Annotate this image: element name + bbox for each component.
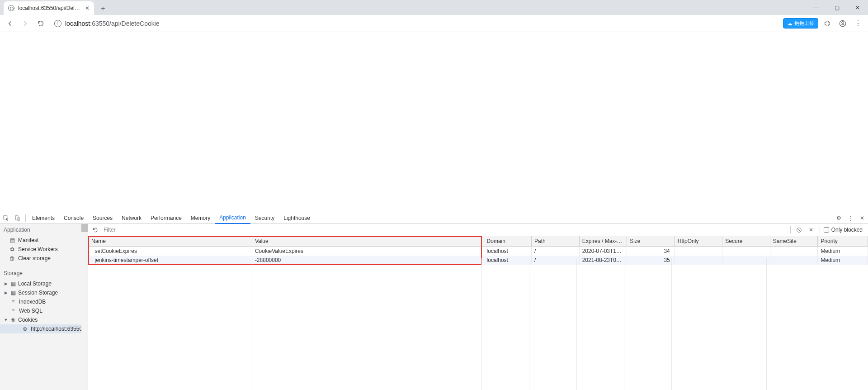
sidebar-item-session-storage[interactable]: ▶▦Session Storage <box>0 288 88 297</box>
close-window-icon[interactable]: ✕ <box>847 0 868 15</box>
only-blocked-checkbox[interactable]: Only blocked <box>824 227 866 233</box>
svg-rect-3 <box>15 215 18 219</box>
devtools-panel: Elements Console Sources Network Perform… <box>0 212 868 390</box>
sidebar-item-manifest[interactable]: ▤Manifest <box>0 236 88 245</box>
url-text: localhost:63550/api/DeleteCookie <box>65 20 160 27</box>
sidebar-scrollbar[interactable] <box>81 224 88 390</box>
sidebar-item-cookies[interactable]: ▼❀Cookies <box>0 315 88 324</box>
sidebar-item-local-storage[interactable]: ▶▦Local Storage <box>0 279 88 288</box>
site-info-icon[interactable]: i <box>54 20 61 27</box>
close-tab-icon[interactable]: ✕ <box>85 5 90 11</box>
tab-security[interactable]: Security <box>250 212 279 224</box>
devtools-main: ✕ Only blocked Name Value Domain Path <box>88 224 868 390</box>
clear-all-icon[interactable] <box>794 225 804 235</box>
svg-point-1 <box>842 21 844 24</box>
cell-domain: localhost <box>484 256 532 265</box>
tab-sources[interactable]: Sources <box>88 212 117 224</box>
delete-selected-icon[interactable]: ✕ <box>806 225 816 235</box>
tab-elements[interactable]: Elements <box>28 212 59 224</box>
back-button[interactable] <box>4 17 16 30</box>
cell-priority: Medium <box>818 247 868 256</box>
tab-lighthouse[interactable]: Lighthouse <box>279 212 315 224</box>
cell-expires: 2021-08-23T05:... <box>579 256 627 265</box>
devtools-sidebar: Application ▤Manifest ✿Service Workers 🗑… <box>0 224 88 390</box>
col-name[interactable]: Name <box>89 236 252 247</box>
cookie-toolbar: ✕ Only blocked <box>88 224 868 236</box>
col-samesite[interactable]: SameSite <box>770 236 818 247</box>
devtools-body: Application ▤Manifest ✿Service Workers 🗑… <box>0 224 868 390</box>
tab-memory[interactable]: Memory <box>186 212 215 224</box>
menu-icon[interactable]: ⋮ <box>852 17 864 30</box>
tab-console[interactable]: Console <box>59 212 88 224</box>
reload-button[interactable] <box>34 17 47 30</box>
extension-badge[interactable]: ☁ 抱抱上传 <box>783 18 818 29</box>
sidebar-section-application: Application <box>0 224 88 236</box>
chevron-right-icon: ▶ <box>4 281 8 286</box>
close-devtools-icon[interactable]: ✕ <box>856 212 868 224</box>
col-httponly[interactable]: HttpOnly <box>675 236 722 247</box>
grid-line <box>671 258 672 390</box>
sidebar-item-clear-storage[interactable]: 🗑Clear storage <box>0 254 88 263</box>
col-priority[interactable]: Priority <box>818 236 868 247</box>
sidebar-item-indexeddb[interactable]: ≡IndexedDB <box>0 297 88 306</box>
col-expires[interactable]: Expires / Max-A... <box>579 236 627 247</box>
sidebar-item-websql[interactable]: ≡Web SQL <box>0 306 88 315</box>
tab-network[interactable]: Network <box>117 212 146 224</box>
cookie-table-wrap: Name Value Domain Path Expires / Max-A..… <box>88 236 868 390</box>
extensions-icon[interactable] <box>821 17 834 30</box>
col-size[interactable]: Size <box>627 236 675 247</box>
table-row[interactable]: setCookieExpires CookieValueExpires loca… <box>89 247 868 256</box>
cookie-table: Name Value Domain Path Expires / Max-A..… <box>88 236 868 265</box>
browser-tab[interactable]: localhost:63550/api/DeleteCo ✕ <box>4 1 94 15</box>
col-secure[interactable]: Secure <box>722 236 770 247</box>
cell-secure <box>722 247 770 256</box>
inspect-icon[interactable] <box>0 212 12 224</box>
col-value[interactable]: Value <box>252 236 484 247</box>
cell-value: -28800000 <box>252 256 484 265</box>
device-toggle-icon[interactable] <box>12 212 24 224</box>
grid-line <box>576 258 577 390</box>
refresh-icon[interactable] <box>90 225 100 235</box>
grid-icon: ▦ <box>10 281 16 287</box>
tab-application[interactable]: Application <box>215 212 250 224</box>
cell-size: 34 <box>627 247 675 256</box>
profile-icon[interactable] <box>836 17 849 30</box>
new-tab-button[interactable]: + <box>97 2 109 15</box>
col-domain[interactable]: Domain <box>484 236 532 247</box>
cell-secure <box>722 256 770 265</box>
settings-icon[interactable]: ⚙ <box>833 212 844 224</box>
tab-title: localhost:63550/api/DeleteCo <box>18 5 81 11</box>
grid-icon: ▦ <box>10 290 16 296</box>
chevron-right-icon: ▶ <box>4 290 8 295</box>
cell-name: setCookieExpires <box>89 247 252 256</box>
tab-performance[interactable]: Performance <box>146 212 186 224</box>
cell-samesite <box>770 256 818 265</box>
forward-button <box>19 17 32 30</box>
more-icon[interactable]: ⋮ <box>844 212 856 224</box>
grid-line <box>529 258 529 390</box>
maximize-icon[interactable]: ▢ <box>826 0 847 15</box>
url-box[interactable]: i localhost:63550/api/DeleteCookie <box>50 17 780 30</box>
filter-input[interactable] <box>102 226 787 234</box>
cell-size: 35 <box>627 256 675 265</box>
col-path[interactable]: Path <box>532 236 580 247</box>
cell-value: CookieValueExpires <box>252 247 484 256</box>
table-header-row: Name Value Domain Path Expires / Max-A..… <box>89 236 868 247</box>
sidebar-item-cookie-origin[interactable]: ⊕http://localhost:63550 <box>0 324 88 333</box>
divider <box>25 214 26 222</box>
trash-icon: 🗑 <box>9 255 15 262</box>
cell-name: jenkins-timestamper-offset <box>89 256 252 265</box>
chevron-down-icon: ▼ <box>4 318 8 322</box>
address-bar: i localhost:63550/api/DeleteCookie ☁ 抱抱上… <box>0 15 868 32</box>
checkbox-input[interactable] <box>824 227 829 233</box>
cell-httponly <box>675 256 722 265</box>
grid-line <box>481 258 482 390</box>
database-icon: ≡ <box>10 308 16 314</box>
cell-expires: 2020-07-03T13:... <box>579 247 627 256</box>
grid-line <box>814 258 814 390</box>
cell-samesite <box>770 247 818 256</box>
divider <box>820 226 820 233</box>
sidebar-item-service-workers[interactable]: ✿Service Workers <box>0 245 88 254</box>
minimize-icon[interactable]: — <box>806 0 826 15</box>
table-row[interactable]: jenkins-timestamper-offset -28800000 loc… <box>89 256 868 265</box>
